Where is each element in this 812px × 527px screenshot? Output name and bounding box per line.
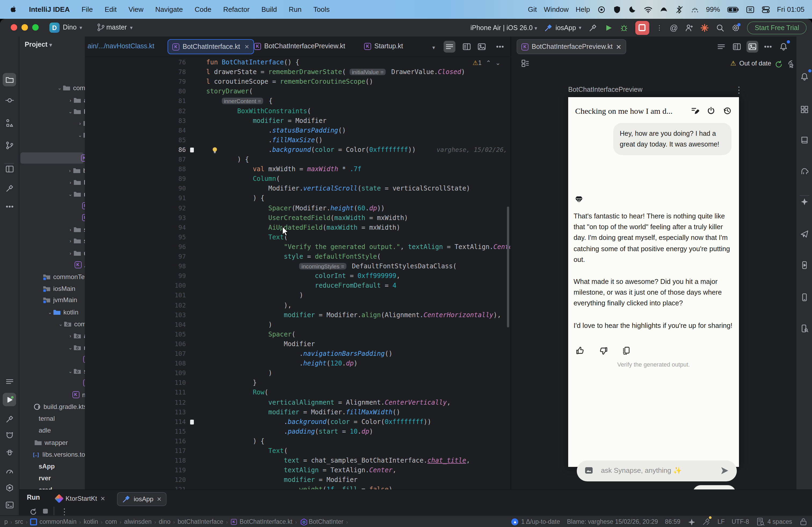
tree-item-utilitie[interactable]: ›utilitie xyxy=(68,247,85,259)
branch-switcher[interactable]: master xyxy=(106,24,127,31)
cmdpanel-icon[interactable]: ⌘ xyxy=(746,5,754,14)
code-line-103[interactable]: 103 modifier = Modifier.align(Alignment.… xyxy=(85,310,510,320)
menu-edit[interactable]: Edit xyxy=(105,5,117,13)
project-panel-header[interactable]: Project ▾ xyxy=(25,41,52,48)
toggles-icon[interactable] xyxy=(761,5,770,14)
performance-icon[interactable] xyxy=(3,464,16,477)
image-view-icon[interactable] xyxy=(476,41,488,52)
tree-item-auther[interactable]: ›auther xyxy=(68,94,85,106)
tab-BotChatInterfacePreview.kt[interactable]: KBotChatInterfacePreview.kt xyxy=(250,39,350,53)
code-line-76[interactable]: 76fun BotChatInterface() { xyxy=(85,57,510,67)
battery-icon[interactable] xyxy=(727,5,739,14)
cat-tool-icon[interactable] xyxy=(3,428,16,442)
code-line-108[interactable]: 108 .height(120.dp) xyxy=(85,359,510,368)
code-line-79[interactable]: 79l coroutineScope = rememberCoroutineSc… xyxy=(85,77,510,86)
commit-icon[interactable] xyxy=(3,93,16,107)
preview-tab[interactable]: K BotChatInterfacePreview.kt✕ xyxy=(517,39,626,54)
crumb-kotlin[interactable]: kotlin xyxy=(84,518,98,525)
minimize-window-button[interactable] xyxy=(21,24,28,31)
tree-item-app.kt[interactable]: KApp.kt xyxy=(68,259,85,270)
tree-item-build.gradle.kts[interactable]: build.gradle.kts xyxy=(27,401,85,412)
prev-problem-icon[interactable]: ⌃ xyxy=(486,59,491,66)
tab-BotChatInterface.kt[interactable]: KBotChatInterface.kt✕ xyxy=(168,39,254,54)
zoom-window-button[interactable] xyxy=(32,24,39,31)
close-window-button[interactable] xyxy=(11,24,17,31)
tab-partial[interactable]: ain/.../navHostClass.kt xyxy=(88,42,155,50)
tree-item-iosmain[interactable]: iosMain xyxy=(37,283,75,294)
code-line-98[interactable]: 98 incomingStyles = DefaultFontStylesDat… xyxy=(85,261,510,271)
menu-window[interactable]: Window xyxy=(544,5,569,13)
code-line-92[interactable]: 92 Spacer(Modifier.height(60.dp)) xyxy=(85,203,510,213)
tree-item-com.alwin[interactable]: ⌄com.alwin xyxy=(57,82,85,93)
code-line-116[interactable]: 116 ) { xyxy=(85,436,510,446)
device-selector[interactable]: iPhone Air | iOS 26.0 ▾ xyxy=(470,24,537,31)
tools-icon[interactable] xyxy=(702,517,710,526)
structure-bottom-icon[interactable] xyxy=(3,375,16,388)
model-selector-button[interactable]: Claude xyxy=(693,485,736,490)
crumb-commonMain[interactable]: commonMain xyxy=(30,518,76,525)
more-tool-windows-icon[interactable] xyxy=(3,200,16,213)
shield-icon[interactable] xyxy=(612,5,621,14)
code-line-115[interactable]: 115 .padding(start = 10.dp) xyxy=(85,427,510,436)
menu-run[interactable]: Run xyxy=(289,5,302,13)
profiler-icon[interactable] xyxy=(3,446,16,459)
debug-button[interactable] xyxy=(620,23,628,32)
bookmark-icon[interactable] xyxy=(190,148,194,152)
tree-item-com.alwin[interactable]: ⌄com.alwin xyxy=(58,318,85,330)
code-line-119[interactable]: 119 textAlign = TextAlign.Center, xyxy=(85,465,510,475)
tree-item-nav[interactable]: Knav xyxy=(76,200,85,211)
run-tab-KtorStartKt[interactable]: KtorStartKt✕ xyxy=(52,492,110,505)
code-line-95[interactable]: 95 Text( xyxy=(85,232,510,242)
code-line-97[interactable]: 97 style = defaultFontStyle( xyxy=(85,252,510,261)
ui-check-icon[interactable] xyxy=(521,59,530,67)
tree-item-nav[interactable]: Knav xyxy=(77,353,85,365)
power-icon[interactable] xyxy=(707,106,715,115)
services-icon[interactable] xyxy=(3,481,16,494)
settings-gear-icon[interactable] xyxy=(732,23,740,32)
tree-item-auther[interactable]: ›auther xyxy=(68,330,85,341)
bell-icon[interactable] xyxy=(778,41,789,52)
crumb-alwinsden[interactable]: alwinsden xyxy=(124,518,151,525)
bt-icon[interactable] xyxy=(675,5,683,14)
code-line-91[interactable]: 91 ) { xyxy=(85,194,510,203)
windows-icon[interactable] xyxy=(3,162,16,176)
bat-icon[interactable] xyxy=(659,5,668,14)
code-line-101[interactable]: 101 ) xyxy=(85,291,510,300)
code-line-121[interactable]: 121 weight(1f, fill = false) xyxy=(85,485,510,490)
code-line-85[interactable]: 85 .fillMaxSize() xyxy=(85,135,510,145)
menu-code[interactable]: Code xyxy=(195,5,211,13)
code-line-113[interactable]: 113 modifier = Modifier.fillMaxWidth() xyxy=(85,407,510,417)
code-line-120[interactable]: 120 modifier = Modifier xyxy=(85,475,510,485)
code-line-90[interactable]: 90 Modifier.verticalScroll(state = verti… xyxy=(85,184,510,194)
menu-view-icon[interactable] xyxy=(444,41,455,52)
sparkle-icon[interactable] xyxy=(687,518,695,525)
tab-list-chevron-icon[interactable]: ▾ xyxy=(432,45,435,50)
build-button[interactable] xyxy=(588,23,597,32)
gradle-icon[interactable] xyxy=(798,164,811,178)
menu-build[interactable]: Build xyxy=(261,5,277,13)
stop-button[interactable] xyxy=(635,21,649,35)
tree-item-startu[interactable]: ⌄startu xyxy=(68,365,85,377)
structure-icon[interactable] xyxy=(3,116,16,129)
run-tool-window-icon[interactable] xyxy=(3,393,16,406)
pull-requests-icon[interactable] xyxy=(3,138,16,152)
code-line-81[interactable]: 81 innerContent = { xyxy=(85,96,510,106)
code-line-106[interactable]: 106 Modifier xyxy=(85,339,510,349)
menu-git[interactable]: Git xyxy=(528,5,537,13)
sync-status[interactable]: ▲ 1 Δ/up-to-date xyxy=(511,518,560,525)
code-line-83[interactable]: 83 modifier = Modifier xyxy=(85,116,510,125)
tree-item-naviga[interactable]: ⌄naviga xyxy=(68,189,85,200)
code-line-84[interactable]: 84 .statusBarsPadding() xyxy=(85,125,510,135)
breadcrumbs[interactable]: p›src›commonMain›kotlin›com›alwinsden›di… xyxy=(4,516,348,527)
crumb-botChatInterface[interactable]: botChatInterface xyxy=(177,518,223,525)
tree-item-ternal[interactable]: ternal xyxy=(23,413,55,424)
terminal-icon[interactable] xyxy=(3,498,16,511)
device-manager-icon[interactable] xyxy=(798,290,811,304)
code-line-100[interactable]: 100 reduceFromDefault = 4 xyxy=(85,281,510,291)
next-problem-icon[interactable]: ⌄ xyxy=(495,59,501,66)
close-icon[interactable]: ✕ xyxy=(616,43,622,51)
preview-more-icon[interactable]: ⋮ xyxy=(735,85,743,95)
code-line-96[interactable]: 96 "Verify the generated output.", textA… xyxy=(85,242,510,252)
code-line-102[interactable]: 102 ), xyxy=(85,300,510,310)
tree-item-adle[interactable]: adle xyxy=(23,424,51,436)
